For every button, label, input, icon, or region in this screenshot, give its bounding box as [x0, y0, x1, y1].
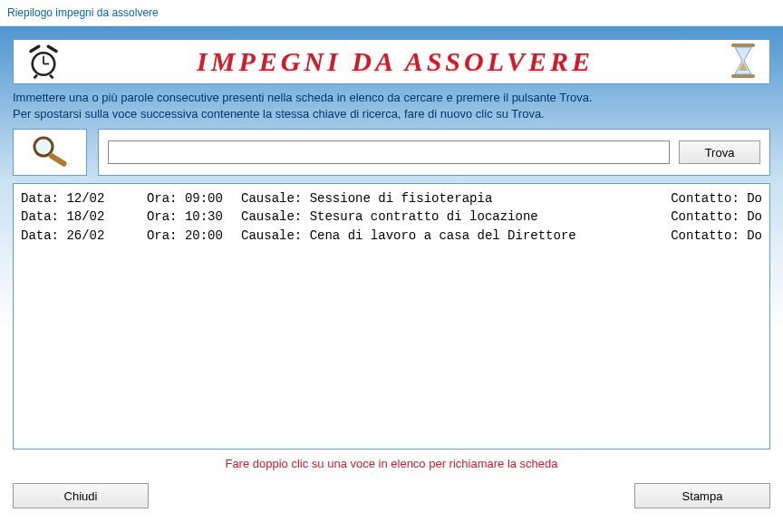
svg-line-4: [50, 74, 53, 78]
cell-data: Data: 12/02: [21, 189, 147, 208]
alarm-clock-icon: [24, 42, 63, 82]
list-item[interactable]: Data: 18/02Ora: 10:30Causale: Stesura co…: [21, 208, 762, 226]
windows-titlebar: Riepilogo impegni da assolvere: [0, 0, 783, 26]
cell-contatto: Contatto: Do: [671, 189, 762, 208]
cell-ora: Ora: 10:30: [147, 208, 241, 226]
instructions-line-1: Immettere una o più parole consecutive p…: [13, 90, 770, 106]
cell-causale: Causale: Stesura contratto di locazione: [241, 208, 671, 226]
svg-rect-9: [48, 152, 68, 168]
instructions: Immettere una o più parole consecutive p…: [13, 90, 770, 121]
find-button[interactable]: Trova: [679, 140, 760, 164]
header-banner: IMPEGNI DA ASSOLVERE: [13, 39, 770, 84]
double-click-hint: Fare doppio clic su una voce in elenco p…: [13, 457, 770, 470]
banner-title: IMPEGNI DA ASSOLVERE: [63, 46, 728, 77]
cell-ora: Ora: 20:00: [147, 227, 241, 245]
cell-contatto: Contatto: Do: [671, 227, 762, 245]
footer-row: Chiudi Stampa: [13, 483, 770, 508]
results-list[interactable]: Data: 12/02Ora: 09:00Causale: Sessione d…: [13, 183, 770, 450]
window-body: IMPEGNI DA ASSOLVERE Immettere una o più…: [0, 26, 783, 532]
svg-point-8: [37, 140, 50, 153]
instructions-line-2: Per spostarsi sulla voce successiva cont…: [13, 106, 770, 122]
svg-line-3: [34, 74, 38, 78]
cell-causale: Causale: Cena di lavoro a casa del Diret…: [241, 227, 671, 245]
magnifier-icon: [24, 134, 76, 171]
cell-contatto: Contatto: Do: [671, 208, 762, 226]
cell-ora: Ora: 09:00: [147, 189, 241, 208]
print-button[interactable]: Stampa: [634, 483, 770, 508]
cell-causale: Causale: Sessione di fisioterapia: [241, 189, 671, 208]
close-button[interactable]: Chiudi: [13, 483, 149, 508]
list-item[interactable]: Data: 12/02Ora: 09:00Causale: Sessione d…: [21, 189, 762, 208]
cell-data: Data: 26/02: [21, 227, 147, 245]
cell-data: Data: 18/02: [21, 208, 147, 226]
search-area: Trova: [13, 129, 770, 176]
search-icon-box: [13, 129, 87, 176]
svg-rect-5: [731, 44, 755, 47]
hourglass-icon: [728, 42, 759, 82]
list-item[interactable]: Data: 26/02Ora: 20:00Causale: Cena di la…: [21, 227, 762, 245]
search-input[interactable]: [108, 140, 670, 164]
window-title: Riepilogo impegni da assolvere: [7, 6, 159, 19]
search-box: Trova: [98, 129, 770, 176]
svg-rect-6: [731, 74, 755, 78]
